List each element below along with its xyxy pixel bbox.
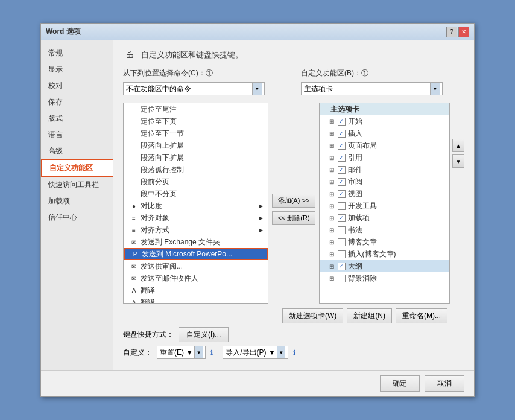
- list-item[interactable]: ✉发送供审阅...: [124, 260, 268, 272]
- sidebar-item-advanced[interactable]: 高级: [41, 143, 113, 159]
- close-button[interactable]: ✕: [458, 27, 469, 37]
- list-item[interactable]: 定位至尾注: [124, 103, 268, 115]
- checkbox[interactable]: [338, 226, 346, 234]
- checkbox[interactable]: [338, 202, 346, 210]
- sidebar-item-display[interactable]: 显示: [41, 62, 113, 78]
- sidebar-item-general[interactable]: 常规: [41, 45, 113, 62]
- tree-item[interactable]: ⊞ ✓ 视图: [320, 188, 449, 200]
- checkbox[interactable]: ✓: [338, 118, 346, 126]
- list-item[interactable]: 定位至下页: [124, 115, 268, 127]
- checkbox[interactable]: [338, 250, 346, 258]
- tree-item[interactable]: ⊞ ✓ 插入: [320, 127, 449, 139]
- cancel-button[interactable]: 取消: [425, 375, 464, 392]
- list-item[interactable]: ✉发送到 Exchange 文件夹: [124, 236, 268, 248]
- list-item[interactable]: 段落孤行控制: [124, 164, 268, 176]
- ok-button[interactable]: 确定: [380, 375, 420, 392]
- expand-icon[interactable]: ⊞: [329, 154, 338, 161]
- checkbox[interactable]: [338, 238, 346, 246]
- list-item[interactable]: 段落向下扩展: [124, 151, 268, 164]
- expand-icon[interactable]: ⊞: [329, 203, 338, 209]
- list-item[interactable]: 段中不分页: [124, 188, 268, 200]
- tree-item[interactable]: ⊞ ✓ 开始: [320, 115, 449, 127]
- move-up-button[interactable]: ▲: [452, 139, 464, 152]
- list-item[interactable]: 段落向上扩展: [124, 139, 268, 151]
- expand-icon[interactable]: ⊞: [329, 191, 338, 197]
- import-dropdown-arrow[interactable]: ▼: [277, 346, 285, 358]
- command-list[interactable]: 定位至尾注 定位至下页 定位至下一节 段落向上扩展 段落向下扩展 段落孤行控制 …: [123, 103, 268, 304]
- rename-button[interactable]: 重命名(M)...: [396, 308, 447, 323]
- sidebar-item-addins[interactable]: 加载项: [41, 193, 113, 209]
- tree-item[interactable]: ⊞ ✓ 邮件: [320, 164, 449, 176]
- sidebar-item-customize[interactable]: 自定义功能区: [41, 159, 113, 177]
- checkbox[interactable]: ✓: [338, 166, 346, 174]
- sidebar-item-quickaccess[interactable]: 快速访问工具栏: [41, 177, 113, 193]
- tree-item[interactable]: ⊞ 插入(博客文章): [320, 248, 449, 260]
- expand-icon[interactable]: ⊞: [329, 239, 338, 246]
- list-item[interactable]: ≡对齐对象: [124, 212, 268, 224]
- expand-icon[interactable]: ⊞: [329, 263, 338, 270]
- new-tab-button[interactable]: 新建选项卡(W): [282, 308, 343, 323]
- checkbox[interactable]: ✓: [338, 214, 346, 222]
- list-item[interactable]: ✉发送至邮件收件人: [124, 272, 268, 284]
- new-group-button[interactable]: 新建组(N): [347, 308, 392, 323]
- list-item-selected[interactable]: P发送到 Microsoft PowerPo...: [124, 248, 268, 260]
- checkbox[interactable]: ✓: [338, 142, 346, 150]
- tree-item-label: 博客文章: [348, 237, 377, 247]
- list-item[interactable]: A翻译...: [124, 296, 268, 304]
- sidebar-item-language[interactable]: 语言: [41, 127, 113, 143]
- footer: 确定 取消: [41, 370, 474, 396]
- list-item[interactable]: 段前分页: [124, 176, 268, 188]
- expand-icon[interactable]: ⊞: [329, 215, 338, 221]
- tree-item[interactable]: ⊞ 书法: [320, 224, 449, 236]
- expand-icon[interactable]: ⊞: [329, 167, 338, 173]
- tree-item[interactable]: ⊞ 背景消除: [320, 272, 449, 284]
- tree-item[interactable]: ⊞ ✓ 大纲: [320, 260, 449, 272]
- expand-icon[interactable]: ⊞: [329, 118, 338, 125]
- reset-dropdown[interactable]: 重置(E) ▼ ▼: [157, 346, 206, 359]
- left-col-label: 从下列位置选择命令(C)：①: [123, 68, 265, 78]
- expand-icon[interactable]: ⊞: [329, 275, 338, 282]
- expand-icon[interactable]: ⊞: [329, 227, 338, 234]
- help-button[interactable]: ?: [446, 27, 457, 37]
- list-item[interactable]: ≡对齐方式: [124, 224, 268, 236]
- checkbox[interactable]: ✓: [338, 262, 346, 270]
- checkbox[interactable]: ✓: [338, 190, 346, 198]
- command-source-arrow[interactable]: ▼: [252, 83, 262, 95]
- tree-item[interactable]: ⊞ ✓ 审阅: [320, 176, 449, 188]
- ribbon-target-dropdown[interactable]: 主选项卡 ▼: [301, 82, 443, 95]
- sidebar-item-trustcenter[interactable]: 信任中心: [41, 209, 113, 226]
- sidebar-item-save[interactable]: 保存: [41, 94, 113, 110]
- tree-item[interactable]: ⊞ 开发工具: [320, 200, 449, 212]
- add-button[interactable]: 添加(A) >>: [272, 194, 315, 208]
- tree-item[interactable]: ⊞ ✓ 加载项: [320, 212, 449, 224]
- expand-icon[interactable]: ⊞: [329, 142, 338, 149]
- tree-item[interactable]: ⊞ ✓ 引用: [320, 151, 449, 164]
- expand-icon[interactable]: ⊞: [329, 251, 338, 258]
- tree-item[interactable]: ⊞ 博客文章: [320, 236, 449, 248]
- tree-item[interactable]: ⊞ ✓ 页面布局: [320, 139, 449, 151]
- tree-item-label: 视图: [348, 189, 362, 199]
- checkbox[interactable]: ✓: [338, 154, 346, 162]
- sidebar-item-typeset[interactable]: 版式: [41, 110, 113, 127]
- checkbox[interactable]: ✓: [338, 178, 346, 186]
- list-item[interactable]: A翻译: [124, 284, 268, 296]
- item-icon: ≡: [128, 213, 139, 223]
- item-icon: A: [128, 298, 139, 304]
- sidebar-item-proofing[interactable]: 校对: [41, 78, 113, 94]
- move-down-button[interactable]: ▼: [452, 154, 464, 168]
- list-item[interactable]: 定位至下一节: [124, 127, 268, 139]
- reset-dropdown-arrow[interactable]: ▼: [194, 346, 203, 358]
- keyboard-customize-button[interactable]: 自定义(I)...: [179, 327, 229, 342]
- checkbox[interactable]: ✓: [338, 130, 346, 138]
- expand-icon[interactable]: ⊞: [329, 179, 338, 185]
- tree-item-label: 插入(博客文章): [348, 249, 396, 259]
- ribbon-target-arrow[interactable]: ▼: [430, 83, 440, 95]
- remove-button[interactable]: << 删除(R): [272, 211, 315, 225]
- expand-icon[interactable]: ⊞: [329, 130, 338, 137]
- ribbon-tree[interactable]: 主选项卡 ⊞ ✓ 开始 ⊞ ✓ 插入: [319, 103, 450, 304]
- list-item[interactable]: ●对比度: [124, 200, 268, 212]
- item-icon: ≡: [128, 225, 139, 235]
- command-source-dropdown[interactable]: 不在功能区中的命令 ▼: [123, 82, 265, 95]
- checkbox[interactable]: [338, 275, 346, 282]
- import-export-dropdown[interactable]: 导入/导出(P) ▼ ▼: [223, 346, 288, 359]
